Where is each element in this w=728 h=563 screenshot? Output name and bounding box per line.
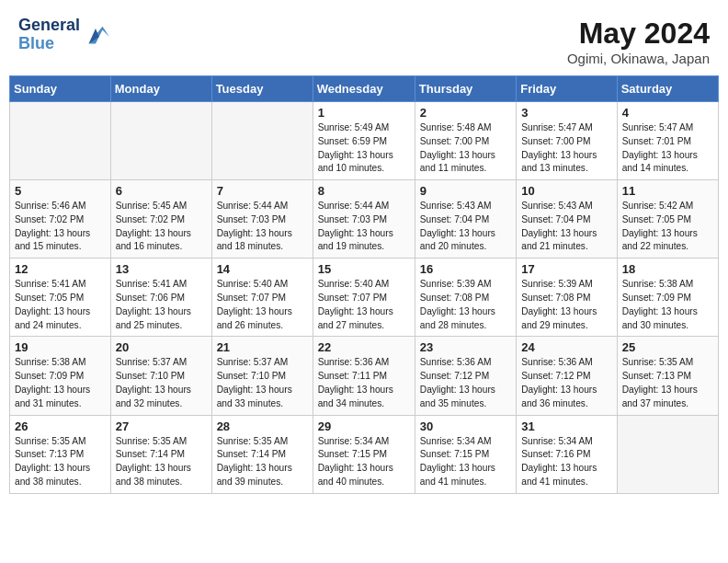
week-row-4: 19Sunrise: 5:38 AM Sunset: 7:09 PM Dayli…: [10, 337, 719, 415]
page-header: GeneralBlue May 2024 Ogimi, Okinawa, Jap…: [9, 9, 719, 70]
day-cell: 14Sunrise: 5:40 AM Sunset: 7:07 PM Dayli…: [211, 259, 313, 337]
day-info: Sunrise: 5:44 AM Sunset: 7:03 PM Dayligh…: [217, 200, 308, 254]
day-number: 18: [622, 262, 713, 276]
weekday-header-row: SundayMondayTuesdayWednesdayThursdayFrid…: [10, 76, 719, 102]
day-info: Sunrise: 5:34 AM Sunset: 7:16 PM Dayligh…: [521, 435, 611, 489]
day-info: Sunrise: 5:34 AM Sunset: 7:15 PM Dayligh…: [420, 435, 511, 489]
day-cell: 17Sunrise: 5:39 AM Sunset: 7:08 PM Dayli…: [517, 259, 617, 337]
weekday-header-thursday: Thursday: [415, 76, 516, 102]
day-info: Sunrise: 5:35 AM Sunset: 7:14 PM Dayligh…: [116, 435, 207, 489]
day-cell: 18Sunrise: 5:38 AM Sunset: 7:09 PM Dayli…: [617, 259, 718, 337]
day-info: Sunrise: 5:38 AM Sunset: 7:09 PM Dayligh…: [15, 356, 106, 410]
location-title: Ogimi, Okinawa, Japan: [567, 51, 710, 66]
day-info: Sunrise: 5:46 AM Sunset: 7:02 PM Dayligh…: [15, 200, 106, 254]
day-number: 27: [116, 419, 207, 433]
day-info: Sunrise: 5:37 AM Sunset: 7:10 PM Dayligh…: [116, 356, 207, 410]
day-number: 16: [420, 262, 511, 276]
day-cell: 6Sunrise: 5:45 AM Sunset: 7:02 PM Daylig…: [110, 180, 211, 259]
day-info: Sunrise: 5:48 AM Sunset: 7:00 PM Dayligh…: [420, 121, 511, 176]
day-info: Sunrise: 5:36 AM Sunset: 7:12 PM Dayligh…: [420, 356, 511, 410]
day-number: 10: [521, 184, 611, 198]
day-info: Sunrise: 5:39 AM Sunset: 7:08 PM Dayligh…: [521, 278, 611, 332]
day-number: 24: [521, 340, 611, 354]
day-info: Sunrise: 5:39 AM Sunset: 7:08 PM Dayligh…: [420, 278, 511, 332]
logo: GeneralBlue: [18, 17, 109, 53]
day-cell: 4Sunrise: 5:47 AM Sunset: 7:01 PM Daylig…: [617, 102, 718, 180]
day-cell: 24Sunrise: 5:36 AM Sunset: 7:12 PM Dayli…: [517, 337, 617, 415]
day-cell: [110, 102, 211, 180]
month-title: May 2024: [567, 17, 710, 51]
day-cell: 10Sunrise: 5:43 AM Sunset: 7:04 PM Dayli…: [517, 180, 617, 259]
day-number: 2: [420, 106, 511, 120]
weekday-header-tuesday: Tuesday: [211, 76, 313, 102]
week-row-2: 5Sunrise: 5:46 AM Sunset: 7:02 PM Daylig…: [10, 180, 719, 259]
day-info: Sunrise: 5:37 AM Sunset: 7:10 PM Dayligh…: [217, 356, 308, 410]
day-cell: 8Sunrise: 5:44 AM Sunset: 7:03 PM Daylig…: [313, 180, 415, 259]
week-row-5: 26Sunrise: 5:35 AM Sunset: 7:13 PM Dayli…: [10, 415, 719, 493]
day-info: Sunrise: 5:49 AM Sunset: 6:59 PM Dayligh…: [318, 121, 410, 176]
day-number: 20: [116, 340, 207, 354]
day-info: Sunrise: 5:40 AM Sunset: 7:07 PM Dayligh…: [217, 278, 308, 332]
week-row-3: 12Sunrise: 5:41 AM Sunset: 7:05 PM Dayli…: [10, 259, 719, 337]
day-info: Sunrise: 5:40 AM Sunset: 7:07 PM Dayligh…: [318, 278, 410, 332]
day-cell: 23Sunrise: 5:36 AM Sunset: 7:12 PM Dayli…: [415, 337, 516, 415]
day-cell: 28Sunrise: 5:35 AM Sunset: 7:14 PM Dayli…: [211, 415, 313, 493]
day-info: Sunrise: 5:36 AM Sunset: 7:11 PM Dayligh…: [318, 356, 410, 410]
day-number: 28: [217, 419, 308, 433]
day-cell: 1Sunrise: 5:49 AM Sunset: 6:59 PM Daylig…: [313, 102, 415, 180]
day-number: 19: [15, 340, 106, 354]
day-info: Sunrise: 5:34 AM Sunset: 7:15 PM Dayligh…: [318, 435, 410, 489]
day-info: Sunrise: 5:41 AM Sunset: 7:05 PM Dayligh…: [15, 278, 106, 332]
day-cell: 31Sunrise: 5:34 AM Sunset: 7:16 PM Dayli…: [517, 415, 617, 493]
weekday-header-friday: Friday: [517, 76, 617, 102]
day-info: Sunrise: 5:35 AM Sunset: 7:13 PM Dayligh…: [15, 435, 106, 489]
day-info: Sunrise: 5:45 AM Sunset: 7:02 PM Dayligh…: [116, 200, 207, 254]
day-number: 30: [420, 419, 511, 433]
day-cell: 26Sunrise: 5:35 AM Sunset: 7:13 PM Dayli…: [10, 415, 111, 493]
day-info: Sunrise: 5:47 AM Sunset: 7:01 PM Dayligh…: [622, 121, 713, 176]
day-cell: 5Sunrise: 5:46 AM Sunset: 7:02 PM Daylig…: [10, 180, 111, 259]
week-row-1: 1Sunrise: 5:49 AM Sunset: 6:59 PM Daylig…: [10, 102, 719, 180]
day-cell: 2Sunrise: 5:48 AM Sunset: 7:00 PM Daylig…: [415, 102, 516, 180]
day-number: 3: [521, 106, 611, 120]
logo-icon: [82, 21, 109, 49]
day-number: 15: [318, 262, 410, 276]
day-cell: 21Sunrise: 5:37 AM Sunset: 7:10 PM Dayli…: [211, 337, 313, 415]
weekday-header-wednesday: Wednesday: [313, 76, 415, 102]
day-cell: 19Sunrise: 5:38 AM Sunset: 7:09 PM Dayli…: [10, 337, 111, 415]
day-number: 6: [116, 184, 207, 198]
day-number: 17: [521, 262, 611, 276]
logo-text: GeneralBlue: [18, 17, 80, 53]
day-cell: [211, 102, 313, 180]
day-number: 8: [318, 184, 410, 198]
day-number: 26: [15, 419, 106, 433]
day-number: 7: [217, 184, 308, 198]
day-cell: 25Sunrise: 5:35 AM Sunset: 7:13 PM Dayli…: [617, 337, 718, 415]
day-cell: [617, 415, 718, 493]
day-number: 22: [318, 340, 410, 354]
day-number: 4: [622, 106, 713, 120]
title-block: May 2024 Ogimi, Okinawa, Japan: [567, 17, 710, 66]
day-info: Sunrise: 5:43 AM Sunset: 7:04 PM Dayligh…: [521, 200, 611, 254]
weekday-header-monday: Monday: [110, 76, 211, 102]
day-number: 9: [420, 184, 511, 198]
day-cell: 9Sunrise: 5:43 AM Sunset: 7:04 PM Daylig…: [415, 180, 516, 259]
day-info: Sunrise: 5:42 AM Sunset: 7:05 PM Dayligh…: [622, 200, 713, 254]
day-info: Sunrise: 5:43 AM Sunset: 7:04 PM Dayligh…: [420, 200, 511, 254]
day-number: 5: [15, 184, 106, 198]
day-number: 29: [318, 419, 410, 433]
day-number: 21: [217, 340, 308, 354]
day-cell: 15Sunrise: 5:40 AM Sunset: 7:07 PM Dayli…: [313, 259, 415, 337]
day-cell: 3Sunrise: 5:47 AM Sunset: 7:00 PM Daylig…: [517, 102, 617, 180]
weekday-header-sunday: Sunday: [10, 76, 111, 102]
day-cell: 30Sunrise: 5:34 AM Sunset: 7:15 PM Dayli…: [415, 415, 516, 493]
day-number: 12: [15, 262, 106, 276]
day-info: Sunrise: 5:41 AM Sunset: 7:06 PM Dayligh…: [116, 278, 207, 332]
day-number: 1: [318, 106, 410, 120]
day-cell: 11Sunrise: 5:42 AM Sunset: 7:05 PM Dayli…: [617, 180, 718, 259]
day-cell: 16Sunrise: 5:39 AM Sunset: 7:08 PM Dayli…: [415, 259, 516, 337]
day-info: Sunrise: 5:35 AM Sunset: 7:14 PM Dayligh…: [217, 435, 308, 489]
day-number: 13: [116, 262, 207, 276]
day-cell: 20Sunrise: 5:37 AM Sunset: 7:10 PM Dayli…: [110, 337, 211, 415]
day-info: Sunrise: 5:44 AM Sunset: 7:03 PM Dayligh…: [318, 200, 410, 254]
